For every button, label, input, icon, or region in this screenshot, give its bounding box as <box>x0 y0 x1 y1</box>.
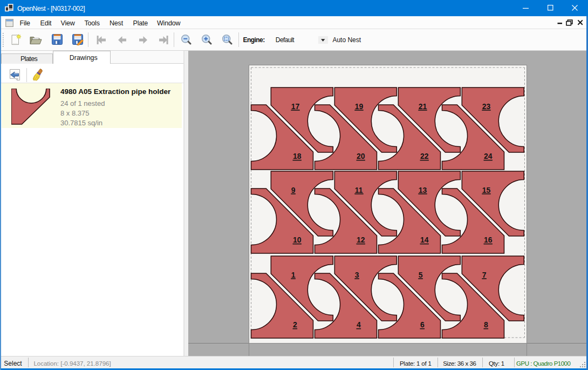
svg-text:10: 10 <box>293 236 302 244</box>
svg-text:5: 5 <box>419 270 423 279</box>
svg-text:21: 21 <box>419 102 427 110</box>
svg-text:11: 11 <box>355 185 363 194</box>
svg-text:7: 7 <box>482 270 487 279</box>
svg-text:17: 17 <box>291 102 300 110</box>
svg-text:16: 16 <box>484 236 493 244</box>
svg-text:24: 24 <box>484 152 493 160</box>
svg-text:6: 6 <box>420 320 425 329</box>
svg-text:4: 4 <box>357 320 361 329</box>
svg-text:20: 20 <box>357 152 365 160</box>
svg-text:14: 14 <box>420 236 429 244</box>
svg-text:19: 19 <box>355 102 364 110</box>
svg-text:15: 15 <box>482 185 491 194</box>
svg-text:23: 23 <box>482 102 491 110</box>
svg-text:1: 1 <box>291 270 296 279</box>
svg-text:2: 2 <box>293 320 297 329</box>
svg-text:9: 9 <box>291 185 296 194</box>
svg-text:3: 3 <box>355 270 359 279</box>
svg-text:8: 8 <box>484 320 488 329</box>
svg-text:12: 12 <box>357 236 365 244</box>
svg-text:22: 22 <box>420 152 429 160</box>
svg-text:18: 18 <box>293 152 302 160</box>
svg-text:13: 13 <box>419 185 427 194</box>
